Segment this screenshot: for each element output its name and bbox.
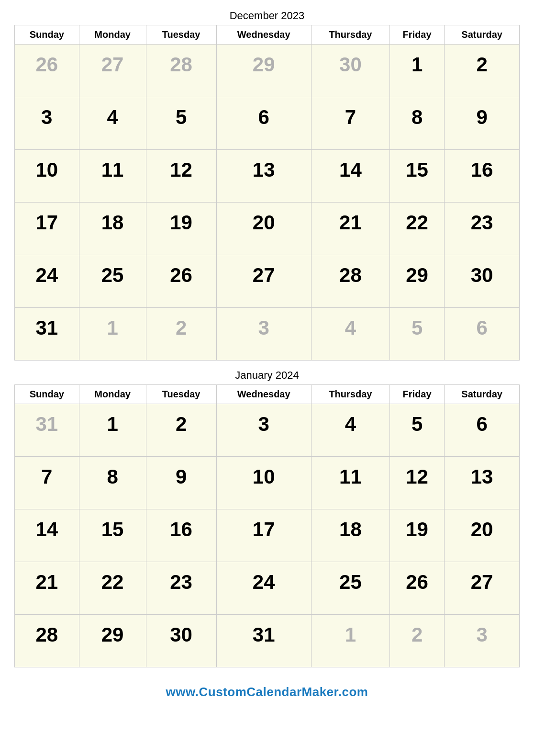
january-title: January 2024 bbox=[14, 369, 520, 382]
jan-header-saturday: Saturday bbox=[445, 385, 520, 404]
table-row: 21222324252627 bbox=[15, 562, 520, 615]
list-item: 3 bbox=[216, 308, 311, 361]
list-item: 6 bbox=[445, 308, 520, 361]
december-header-row: Sunday Monday Tuesday Wednesday Thursday… bbox=[15, 25, 520, 45]
december-calendar: December 2023 Sunday Monday Tuesday Wedn… bbox=[14, 10, 520, 361]
table-row: 17181920212223 bbox=[15, 203, 520, 255]
list-item: 29 bbox=[216, 45, 311, 97]
list-item: 15 bbox=[79, 509, 146, 562]
list-item: 26 bbox=[146, 255, 216, 308]
table-row: 24252627282930 bbox=[15, 255, 520, 308]
list-item: 22 bbox=[389, 203, 444, 255]
list-item: 4 bbox=[311, 308, 389, 361]
december-title: December 2023 bbox=[14, 10, 520, 22]
list-item: 9 bbox=[445, 97, 520, 150]
january-table: Sunday Monday Tuesday Wednesday Thursday… bbox=[14, 384, 520, 667]
list-item: 21 bbox=[15, 562, 79, 615]
list-item: 7 bbox=[311, 97, 389, 150]
list-item: 27 bbox=[445, 562, 520, 615]
list-item: 29 bbox=[389, 255, 444, 308]
table-row: 3456789 bbox=[15, 97, 520, 150]
jan-header-sunday: Sunday bbox=[15, 385, 79, 404]
list-item: 26 bbox=[389, 562, 444, 615]
list-item: 12 bbox=[389, 457, 444, 509]
jan-header-friday: Friday bbox=[389, 385, 444, 404]
list-item: 17 bbox=[15, 203, 79, 255]
dec-header-saturday: Saturday bbox=[445, 25, 520, 45]
list-item: 20 bbox=[216, 203, 311, 255]
list-item: 19 bbox=[389, 509, 444, 562]
list-item: 4 bbox=[311, 404, 389, 457]
list-item: 5 bbox=[389, 404, 444, 457]
list-item: 26 bbox=[15, 45, 79, 97]
list-item: 31 bbox=[216, 615, 311, 667]
list-item: 5 bbox=[389, 308, 444, 361]
list-item: 6 bbox=[445, 404, 520, 457]
list-item: 31 bbox=[15, 308, 79, 361]
list-item: 11 bbox=[79, 150, 146, 203]
list-item: 16 bbox=[445, 150, 520, 203]
list-item: 14 bbox=[311, 150, 389, 203]
list-item: 30 bbox=[311, 45, 389, 97]
list-item: 18 bbox=[311, 509, 389, 562]
jan-header-tuesday: Tuesday bbox=[146, 385, 216, 404]
dec-header-wednesday: Wednesday bbox=[216, 25, 311, 45]
list-item: 28 bbox=[146, 45, 216, 97]
list-item: 6 bbox=[216, 97, 311, 150]
list-item: 13 bbox=[216, 150, 311, 203]
dec-header-tuesday: Tuesday bbox=[146, 25, 216, 45]
list-item: 10 bbox=[15, 150, 79, 203]
list-item: 14 bbox=[15, 509, 79, 562]
list-item: 21 bbox=[311, 203, 389, 255]
list-item: 8 bbox=[389, 97, 444, 150]
list-item: 10 bbox=[216, 457, 311, 509]
list-item: 19 bbox=[146, 203, 216, 255]
list-item: 24 bbox=[15, 255, 79, 308]
table-row: 78910111213 bbox=[15, 457, 520, 509]
list-item: 31 bbox=[15, 404, 79, 457]
list-item: 18 bbox=[79, 203, 146, 255]
list-item: 30 bbox=[445, 255, 520, 308]
list-item: 11 bbox=[311, 457, 389, 509]
dec-header-friday: Friday bbox=[389, 25, 444, 45]
table-row: 31123456 bbox=[15, 404, 520, 457]
list-item: 1 bbox=[311, 615, 389, 667]
website-link[interactable]: www.CustomCalendarMaker.com bbox=[166, 685, 368, 700]
table-row: 28293031123 bbox=[15, 615, 520, 667]
list-item: 28 bbox=[311, 255, 389, 308]
list-item: 20 bbox=[445, 509, 520, 562]
dec-header-sunday: Sunday bbox=[15, 25, 79, 45]
table-row: 31123456 bbox=[15, 308, 520, 361]
list-item: 1 bbox=[79, 308, 146, 361]
list-item: 25 bbox=[311, 562, 389, 615]
table-row: 262728293012 bbox=[15, 45, 520, 97]
list-item: 9 bbox=[146, 457, 216, 509]
dec-header-thursday: Thursday bbox=[311, 25, 389, 45]
list-item: 12 bbox=[146, 150, 216, 203]
table-row: 14151617181920 bbox=[15, 509, 520, 562]
list-item: 23 bbox=[445, 203, 520, 255]
list-item: 2 bbox=[445, 45, 520, 97]
jan-header-wednesday: Wednesday bbox=[216, 385, 311, 404]
list-item: 3 bbox=[445, 615, 520, 667]
list-item: 3 bbox=[15, 97, 79, 150]
list-item: 4 bbox=[79, 97, 146, 150]
jan-header-monday: Monday bbox=[79, 385, 146, 404]
january-header-row: Sunday Monday Tuesday Wednesday Thursday… bbox=[15, 385, 520, 404]
list-item: 29 bbox=[79, 615, 146, 667]
list-item: 27 bbox=[216, 255, 311, 308]
list-item: 28 bbox=[15, 615, 79, 667]
list-item: 1 bbox=[79, 404, 146, 457]
list-item: 25 bbox=[79, 255, 146, 308]
list-item: 1 bbox=[389, 45, 444, 97]
list-item: 24 bbox=[216, 562, 311, 615]
list-item: 5 bbox=[146, 97, 216, 150]
list-item: 27 bbox=[79, 45, 146, 97]
list-item: 2 bbox=[146, 308, 216, 361]
list-item: 2 bbox=[146, 404, 216, 457]
list-item: 16 bbox=[146, 509, 216, 562]
list-item: 30 bbox=[146, 615, 216, 667]
list-item: 2 bbox=[389, 615, 444, 667]
january-calendar: January 2024 Sunday Monday Tuesday Wedne… bbox=[14, 369, 520, 667]
table-row: 10111213141516 bbox=[15, 150, 520, 203]
